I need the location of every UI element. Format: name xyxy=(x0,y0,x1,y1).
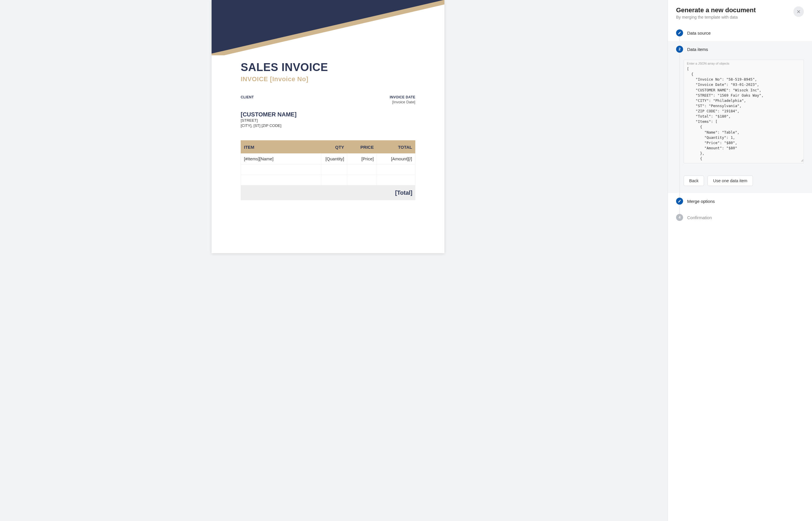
cell-total: [Amount][/] xyxy=(377,153,415,164)
step-confirmation[interactable]: 4 Confirmation xyxy=(668,209,812,226)
panel-subtitle: By merging the template with data xyxy=(676,15,756,20)
panel-title: Generate a new document xyxy=(676,6,756,14)
step-label: Confirmation xyxy=(687,215,712,220)
step-marker-pending: 4 xyxy=(676,214,683,221)
step-data-source[interactable]: Data source xyxy=(668,25,812,41)
table-row xyxy=(241,164,415,175)
city-line-placeholder: [CITY], [ST] [ZIP CODE] xyxy=(241,123,415,128)
customer-name-placeholder: [CUSTOMER NAME] xyxy=(241,111,415,118)
client-label: CLIENT xyxy=(241,95,254,99)
panel-header: Generate a new document By merging the t… xyxy=(668,0,812,25)
use-one-data-item-button[interactable]: Use one data item xyxy=(707,176,753,186)
template-header-graphic xyxy=(212,0,444,55)
cell-item: [#Items][Name] xyxy=(241,153,321,164)
json-input-label: Enter a JSON array of objects xyxy=(687,62,729,65)
invoice-items-table: ITEM QTY PRICE TOTAL [#Items][Name] [Qua… xyxy=(241,140,415,185)
template-subtitle: INVOICE [Invoice No] xyxy=(241,75,415,83)
table-row xyxy=(241,175,415,185)
col-qty: QTY xyxy=(321,141,347,153)
col-item: ITEM xyxy=(241,141,321,153)
step-marker-current: 2 xyxy=(676,46,683,53)
step-marker-done xyxy=(676,29,683,37)
col-total: TOTAL xyxy=(377,141,415,153)
pencil-icon xyxy=(678,199,681,203)
total-row: [Total] xyxy=(241,185,415,200)
invoice-date-placeholder: [Invoice Date] xyxy=(390,100,415,104)
json-input-container: Enter a JSON array of objects xyxy=(683,60,804,163)
step-label: Data source xyxy=(687,30,711,36)
json-input[interactable] xyxy=(684,60,804,162)
step-marker xyxy=(676,198,683,205)
step-label: Merge options xyxy=(687,199,715,204)
cell-qty: [Quantity] xyxy=(321,153,347,164)
total-placeholder: [Total] xyxy=(395,189,412,196)
street-placeholder: [STREET] xyxy=(241,118,415,123)
template-title: SALES INVOICE xyxy=(241,61,415,74)
pencil-icon xyxy=(678,31,681,35)
invoice-date-label: INVOICE DATE xyxy=(390,95,415,99)
preview-pane: SALES INVOICE INVOICE [Invoice No] CLIEN… xyxy=(0,0,668,521)
close-icon xyxy=(796,9,801,14)
col-price: PRICE xyxy=(347,141,377,153)
cell-price: [Price] xyxy=(347,153,377,164)
step-label: Data items xyxy=(687,47,708,52)
step-data-items: 2 Data items Enter a JSON array of objec… xyxy=(668,41,812,193)
generate-document-panel: Generate a new document By merging the t… xyxy=(668,0,812,521)
table-row: [#Items][Name] [Quantity] [Price] [Amoun… xyxy=(241,153,415,164)
step-merge-options[interactable]: Merge options xyxy=(668,193,812,209)
close-button[interactable] xyxy=(793,6,804,17)
back-button[interactable]: Back xyxy=(683,176,704,186)
invoice-template-preview: SALES INVOICE INVOICE [Invoice No] CLIEN… xyxy=(212,0,444,253)
